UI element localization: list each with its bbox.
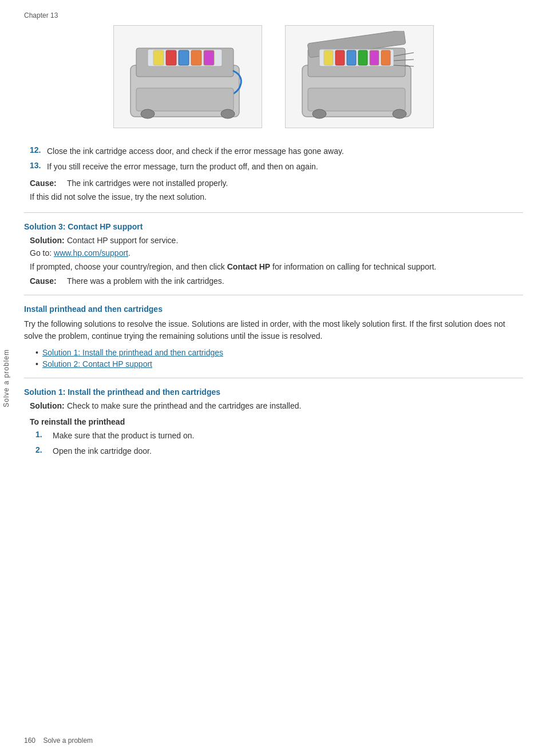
- install-intro: Try the following solutions to resolve t…: [24, 318, 523, 342]
- solution1-text: Check to make sure the printhead and the…: [67, 401, 301, 410]
- solution3-block: Solution 3: Contact HP support Solution:…: [24, 222, 523, 286]
- install-bullet-list: Solution 1: Install the printhead and th…: [35, 348, 523, 369]
- svg-rect-4: [166, 50, 176, 65]
- solution3-text: Contact HP support for service.: [67, 236, 178, 245]
- svg-rect-18: [347, 50, 356, 65]
- solution3-label: Solution:: [30, 236, 67, 245]
- svg-point-27: [393, 109, 406, 118]
- step-text-13: If you still receive the error message, …: [47, 161, 318, 173]
- reinstall-step-num-1: 1.: [35, 430, 53, 442]
- reinstall-step-text-1: Make sure that the product is turned on.: [53, 430, 194, 442]
- svg-rect-16: [324, 50, 333, 65]
- side-tab: Solve a problem: [0, 0, 13, 756]
- reinstall-step-2: 2. Open the ink cartridge door.: [35, 445, 523, 457]
- solution1-solution-line: Solution: Check to make sure the printhe…: [24, 401, 523, 410]
- bullet-item-1: Solution 1: Install the printhead and th…: [35, 348, 523, 357]
- contact-hp-bold: Contact HP: [227, 262, 270, 271]
- printer-image-left: [113, 25, 262, 128]
- cause-line-3: Cause: There was a problem with the ink …: [24, 276, 523, 286]
- svg-point-26: [312, 109, 326, 118]
- svg-point-11: [221, 109, 235, 118]
- printer-svg-right: [291, 31, 428, 122]
- svg-rect-25: [308, 88, 405, 111]
- goto-period: .: [128, 248, 130, 258]
- step-text-12: Close the ink cartridge access door, and…: [47, 145, 344, 157]
- sol1-link[interactable]: Solution 1: Install the printhead and th…: [42, 348, 223, 357]
- svg-point-10: [141, 109, 155, 118]
- divider-2: [24, 295, 523, 295]
- prompted-suffix: for information on calling for technical…: [270, 262, 436, 271]
- cause-text-1: The ink cartridges were not installed pr…: [67, 179, 228, 188]
- svg-rect-19: [358, 50, 367, 65]
- reinstall-step-num-2: 2.: [35, 445, 53, 457]
- chapter-label: Chapter 13: [24, 11, 523, 19]
- reinstall-steps: 1. Make sure that the product is turned …: [35, 430, 523, 457]
- page-wrapper: Solve a problem Chapter 13: [0, 0, 546, 756]
- svg-rect-3: [153, 50, 164, 65]
- step-num-12: 12.: [30, 145, 47, 157]
- reinstall-step-1: 1. Make sure that the product is turned …: [35, 430, 523, 442]
- svg-rect-7: [204, 50, 214, 65]
- svg-rect-17: [335, 50, 345, 65]
- sol2-link[interactable]: Solution 2: Contact HP support: [42, 359, 152, 369]
- footer-label: Solve a problem: [43, 737, 93, 745]
- solution3-solution-line: Solution: Contact HP support for service…: [24, 236, 523, 245]
- reinstall-step-text-2: Open the ink cartridge door.: [53, 445, 152, 457]
- if-prompted-line: If prompted, choose your country/region,…: [30, 261, 523, 273]
- divider-3: [24, 378, 523, 378]
- side-tab-label: Solve a problem: [2, 349, 10, 407]
- divider-1: [24, 212, 523, 213]
- steps-section: 12. Close the ink cartridge access door,…: [24, 145, 523, 173]
- note-line-1: If this did not solve the issue, try the…: [24, 191, 523, 203]
- cause-text-3: There was a problem with the ink cartrid…: [67, 276, 224, 286]
- prompted-prefix: If prompted, choose your country/region,…: [30, 262, 227, 271]
- cause-label-1: Cause:: [30, 179, 67, 188]
- solution1-heading: Solution 1: Install the printhead and th…: [24, 387, 523, 397]
- svg-rect-6: [191, 50, 201, 65]
- install-section: Install printhead and then cartridges Tr…: [24, 304, 523, 369]
- goto-line: Go to: www.hp.com/support.: [30, 248, 523, 258]
- cause-line-1: Cause: The ink cartridges were not insta…: [24, 179, 523, 188]
- step-item-13: 13. If you still receive the error messa…: [24, 161, 523, 173]
- solution1-block: Solution 1: Install the printhead and th…: [24, 387, 523, 457]
- printer-svg-left: [119, 31, 256, 122]
- printer-image-right: [285, 25, 434, 128]
- goto-prefix: Go to:: [30, 248, 54, 258]
- svg-rect-9: [136, 88, 234, 111]
- images-row: [24, 25, 523, 128]
- svg-rect-5: [179, 50, 189, 65]
- footer: 160 Solve a problem: [24, 737, 93, 745]
- solution1-label: Solution:: [30, 401, 67, 410]
- main-content: Chapter 13: [13, 0, 546, 756]
- footer-page-num: 160: [24, 737, 35, 745]
- bullet-item-2: Solution 2: Contact HP support: [35, 359, 523, 369]
- install-heading: Install printhead and then cartridges: [24, 304, 523, 314]
- step-item-12: 12. Close the ink cartridge access door,…: [24, 145, 523, 157]
- hp-support-link[interactable]: www.hp.com/support: [54, 248, 128, 258]
- svg-rect-21: [381, 50, 390, 65]
- step-num-13: 13.: [30, 161, 47, 173]
- solution3-heading: Solution 3: Contact HP support: [24, 222, 523, 231]
- cause-label-3: Cause:: [30, 276, 67, 286]
- svg-rect-20: [370, 50, 379, 65]
- reinstall-subheading: To reinstall the printhead: [30, 417, 523, 426]
